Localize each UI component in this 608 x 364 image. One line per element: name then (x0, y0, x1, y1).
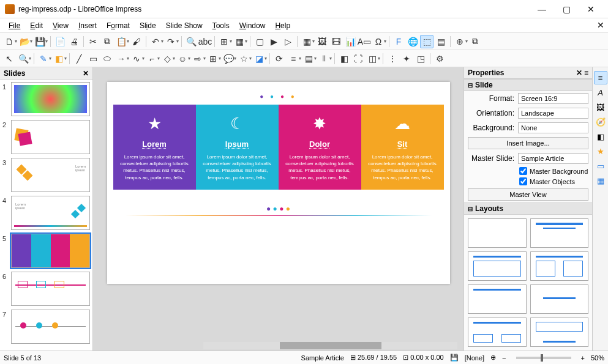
menu-format[interactable]: Format (102, 20, 135, 32)
tab-gallery-icon[interactable]: 🖼 (594, 100, 607, 114)
tab-master-icon[interactable]: ▦ (594, 174, 607, 187)
menu-help[interactable]: Help (270, 20, 295, 32)
menu-tools[interactable]: Tools (208, 20, 235, 32)
minimize-button[interactable]: — (530, 1, 554, 18)
zoom-in-icon[interactable]: + (581, 354, 585, 362)
layout-two-below[interactable] (468, 318, 527, 347)
block-arrows-icon[interactable]: ⇨ (191, 52, 205, 65)
flowchart-icon[interactable]: ⊞ (206, 52, 220, 65)
menu-file[interactable]: File (4, 20, 25, 32)
zoom-out-icon[interactable]: − (502, 354, 506, 362)
slide-thumb-7[interactable] (11, 310, 90, 344)
undo-icon[interactable]: ↶ (149, 35, 162, 48)
tab-shapes-icon[interactable]: ◧ (594, 130, 607, 143)
card-lorem[interactable]: ★LoremLorem ipsum dolor sit amet, consec… (113, 105, 196, 190)
maximize-button[interactable]: ▢ (554, 1, 579, 18)
status-zoom[interactable]: 50% (591, 354, 604, 362)
header-footer-icon[interactable]: ▤ (434, 35, 448, 48)
callouts-icon[interactable]: 💬 (222, 52, 235, 65)
hyperlink-icon[interactable]: 🌐 (406, 35, 419, 48)
curve-icon[interactable]: ∿ (130, 52, 143, 65)
layout-content-title[interactable] (530, 318, 589, 347)
sidebar-menu-icon[interactable]: ≡ (584, 69, 588, 77)
tab-styles-icon[interactable]: A (594, 86, 607, 99)
slides-panel-close-icon[interactable]: ✕ (83, 69, 89, 78)
layout-title-content[interactable] (468, 251, 527, 281)
insert-chart-icon[interactable]: 📊 (343, 35, 357, 48)
insert-table-icon[interactable]: ▦ (300, 35, 313, 48)
filter-icon[interactable]: ◫ (366, 52, 379, 65)
menu-slideshow[interactable]: Slide Show (161, 20, 208, 32)
clone-format-icon[interactable]: 🖌 (130, 35, 143, 48)
tab-properties-icon[interactable]: ≡ (594, 71, 607, 84)
fill-color-icon[interactable]: ◧ (52, 52, 66, 65)
points-icon[interactable]: ⋮ (386, 52, 399, 65)
slide-canvas[interactable]: ● ● ● ● ★LoremLorem ipsum dolor sit amet… (107, 82, 450, 284)
export-pdf-icon[interactable]: 📄 (53, 35, 67, 48)
copy-icon[interactable]: ⧉ (100, 35, 114, 48)
menu-window[interactable]: Window (235, 20, 271, 32)
arrow-line-icon[interactable]: → (114, 52, 128, 65)
layout-centered[interactable] (530, 284, 589, 314)
rectangle-icon[interactable]: ▭ (86, 52, 100, 65)
menu-insert[interactable]: Insert (73, 20, 102, 32)
gluepoints-icon[interactable]: ✦ (400, 52, 413, 65)
layouts-section-header[interactable]: ⊟Layouts (464, 202, 592, 215)
3d-objects-icon[interactable]: ◪ (252, 52, 266, 65)
basic-shapes-icon[interactable]: ◇ (160, 52, 174, 65)
layout-two-content[interactable] (530, 251, 589, 281)
menu-view[interactable]: View (48, 20, 73, 32)
start-current-icon[interactable]: ▷ (281, 35, 295, 48)
shadow-icon[interactable]: ◧ (337, 52, 351, 65)
new-slide-icon[interactable]: ⊕ (453, 35, 467, 48)
redo-icon[interactable]: ↷ (164, 35, 178, 48)
line-color-icon[interactable]: ✎ (37, 52, 50, 65)
slide-thumb-4[interactable]: Loremipsum (11, 196, 90, 230)
print-icon[interactable]: 🖨 (67, 35, 81, 48)
horizontal-scrollbar[interactable] (203, 342, 457, 349)
card-sit[interactable]: ☁SitLorem ipsum dolor sit amet, consecte… (361, 105, 444, 190)
card-dolor[interactable]: ✸DolorLorem ipsum dolor sit amet, consec… (279, 105, 361, 190)
fit-page-icon[interactable]: ⊕ (490, 354, 496, 362)
crop-icon[interactable]: ⛶ (351, 52, 365, 65)
extrusion-icon[interactable]: ◳ (414, 52, 427, 65)
duplicate-slide-icon[interactable]: ⧉ (468, 35, 482, 48)
display-views-icon[interactable]: ▦ (233, 35, 246, 48)
insert-av-icon[interactable]: 🎞 (329, 35, 343, 48)
paste-icon[interactable]: 📋 (114, 35, 128, 48)
menu-edit[interactable]: Edit (25, 20, 48, 32)
master-slide-icon[interactable]: ▢ (253, 35, 266, 48)
orientation-dropdown[interactable]: Landscape (518, 108, 588, 119)
align-icon[interactable]: ≡ (287, 52, 300, 65)
spellcheck-icon[interactable]: abc (198, 35, 212, 48)
rotate-icon[interactable]: ⟳ (272, 52, 286, 65)
master-view-button[interactable]: Master View (468, 188, 588, 201)
master-background-checkbox[interactable] (519, 167, 527, 175)
tab-navigator-icon[interactable]: 🧭 (594, 115, 607, 128)
menu-slide[interactable]: Slide (135, 20, 161, 32)
ellipse-icon[interactable]: ⬭ (100, 52, 114, 65)
sidebar-close-icon[interactable]: ✕ (576, 69, 582, 77)
close-button[interactable]: ✕ (579, 1, 603, 18)
open-icon[interactable]: 📂 (18, 35, 31, 48)
slide-thumb-3[interactable]: Loremipsum (11, 158, 90, 192)
layout-blank[interactable] (468, 218, 527, 248)
save-icon[interactable]: 💾 (33, 35, 47, 48)
zoom-pan-icon[interactable]: 🔍 (17, 52, 30, 65)
slide-thumb-5[interactable] (11, 234, 90, 268)
slide-thumb-2[interactable] (11, 120, 90, 154)
status-save-icon[interactable]: 💾 (450, 354, 459, 362)
cut-icon[interactable]: ✂ (86, 35, 100, 48)
layout-title-only[interactable] (468, 284, 527, 314)
fontwork-icon[interactable]: F (392, 35, 405, 48)
editing-canvas[interactable]: ● ● ● ● ★LoremLorem ipsum dolor sit amet… (93, 67, 464, 351)
tab-animation-icon[interactable]: ▭ (594, 159, 607, 173)
stars-icon[interactable]: ☆ (237, 52, 250, 65)
insert-image-icon[interactable]: 🖼 (315, 35, 329, 48)
tab-transitions-icon[interactable]: ★ (594, 144, 607, 158)
close-document-button[interactable]: ✕ (597, 20, 604, 30)
new-icon[interactable]: 🗋 (2, 35, 16, 48)
master-objects-checkbox[interactable] (519, 177, 527, 185)
background-dropdown[interactable]: None (518, 122, 588, 133)
master-slide-dropdown[interactable]: Sample Article (518, 153, 588, 164)
